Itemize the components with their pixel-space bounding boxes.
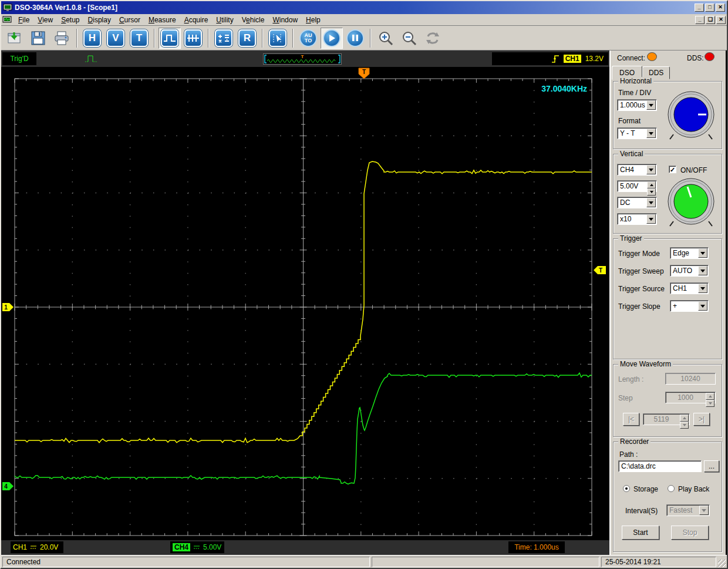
trigger-source-label: Trigger Source	[618, 285, 665, 293]
format-select[interactable]: Y - T	[617, 127, 657, 139]
run-button[interactable]	[321, 28, 343, 49]
auto-button[interactable]: AUTO	[297, 28, 319, 49]
dc-coupling-icon	[30, 544, 37, 550]
trigger-status-badge: Trig'D	[2, 52, 36, 65]
chevron-down-icon[interactable]	[646, 198, 656, 207]
onoff-label: ON/OFF	[680, 166, 707, 174]
print-button[interactable]	[50, 28, 73, 49]
chevron-down-icon[interactable]	[698, 301, 707, 311]
move-first-button[interactable]: |<	[623, 413, 639, 426]
trigger-source-badge: CH1	[564, 55, 581, 63]
waveform-plot[interactable]: 37.0040KHz T 1 4 T	[1, 67, 609, 540]
save-button[interactable]	[27, 28, 49, 49]
trigger-status: Trig'D	[10, 55, 28, 63]
chevron-down-icon[interactable]	[646, 214, 656, 224]
menu-item-utility[interactable]: Utility	[212, 15, 237, 25]
chevron-down-icon[interactable]	[646, 165, 656, 174]
ch4-ground-marker[interactable]: 4	[2, 482, 14, 490]
zoom-in-button[interactable]	[375, 28, 397, 49]
child-close-button[interactable]: ✕	[716, 16, 726, 24]
svg-text:1: 1	[4, 304, 8, 311]
svg-text:4: 4	[4, 483, 8, 490]
square-wave-button[interactable]	[159, 28, 181, 49]
playback-radio[interactable]	[668, 484, 675, 493]
horizontal-title: Horizontal	[618, 77, 653, 85]
chevron-down-icon[interactable]	[699, 506, 709, 515]
trigger-slope-select[interactable]: +	[670, 300, 709, 312]
record-stop-button[interactable]: Stop	[671, 526, 709, 540]
recorder-title: Recorder	[618, 437, 651, 446]
minimize-button[interactable]: _	[695, 4, 704, 12]
step-spinner[interactable]: 1000	[665, 392, 716, 403]
logic-wave-icon	[184, 29, 202, 47]
channel-select[interactable]: CH4	[617, 164, 657, 176]
position-spinner[interactable]: 5119	[643, 413, 690, 425]
trigger-level-value: 13.2V	[585, 55, 604, 63]
spin-up-icon[interactable]	[647, 181, 656, 188]
trigger-mode-select[interactable]: Edge	[670, 247, 709, 259]
trigger-level-marker[interactable]: T	[594, 266, 606, 274]
chevron-down-icon[interactable]	[698, 266, 707, 275]
menu-item-window[interactable]: Window	[268, 15, 302, 25]
menu-item-vehicle[interactable]: Vehicle	[238, 15, 269, 25]
volts-div-spinner[interactable]: 5.00V	[617, 180, 657, 192]
frequency-readout: 37.0040KHz	[541, 84, 587, 93]
child-minimize-button[interactable]: _	[695, 16, 705, 24]
ch1-ground-marker[interactable]: 1	[2, 303, 14, 311]
zoom-out-button[interactable]	[398, 28, 420, 49]
timebase-readout: Time: 1.000us	[508, 541, 565, 553]
reference-icon: R	[238, 29, 256, 47]
menu-item-file[interactable]: File	[14, 15, 33, 25]
maximize-button[interactable]: □	[705, 4, 714, 12]
menu-item-help[interactable]: Help	[302, 15, 325, 25]
chevron-down-icon[interactable]	[646, 100, 656, 110]
pause-button[interactable]	[344, 28, 366, 49]
move-last-button[interactable]: >|	[693, 413, 710, 426]
menu-item-display[interactable]: Display	[84, 15, 115, 25]
menu-item-cursor[interactable]: Cursor	[115, 15, 144, 25]
trigger-button[interactable]: T	[128, 28, 150, 49]
vertical-knob[interactable]	[665, 177, 717, 231]
trigger-sweep-select[interactable]: AUTO	[670, 265, 709, 277]
cursor-button[interactable]	[267, 28, 289, 49]
horizontal-knob[interactable]	[665, 90, 717, 144]
menu-item-view[interactable]: View	[33, 15, 57, 25]
scope-top-strip: Trig'D T	[1, 50, 609, 67]
sync-button[interactable]	[422, 28, 444, 49]
child-restore-button[interactable]: ❏	[706, 16, 715, 24]
rising-edge-icon	[551, 54, 560, 64]
time-div-select[interactable]: 1.000us	[617, 99, 657, 111]
path-input[interactable]: C:\data.drc	[618, 460, 702, 472]
spin-down-icon[interactable]	[647, 188, 656, 196]
pulse-indicator-icon	[85, 53, 100, 65]
vertical-button[interactable]: V	[105, 28, 127, 49]
reference-button[interactable]: R	[236, 28, 258, 49]
coupling-select[interactable]: DC	[617, 197, 657, 208]
close-button[interactable]: ✕	[716, 4, 725, 12]
trigger-source-select[interactable]: CH1	[670, 282, 709, 294]
browse-button[interactable]: ...	[704, 460, 719, 472]
chevron-down-icon[interactable]	[698, 248, 707, 258]
menu-item-measure[interactable]: Measure	[144, 15, 180, 25]
interval-select[interactable]: Fastest	[666, 504, 710, 516]
import-button[interactable]	[4, 28, 26, 49]
chevron-down-icon[interactable]	[646, 129, 656, 138]
path-label: Path :	[619, 450, 638, 459]
dds-label: DDS:	[687, 54, 704, 62]
save-icon	[30, 30, 46, 46]
connection-status: Connected	[2, 557, 370, 567]
menu-item-setup[interactable]: Setup	[57, 15, 83, 25]
trigger-position-marker[interactable]: T	[359, 68, 369, 79]
horizontal-button[interactable]: H	[81, 28, 103, 49]
math-button[interactable]	[213, 28, 235, 49]
waveform-position-bar[interactable]: T	[263, 53, 342, 65]
resize-grip[interactable]	[718, 560, 726, 567]
chevron-down-icon[interactable]	[698, 284, 707, 293]
menu-item-acquire[interactable]: Acquire	[180, 15, 213, 25]
probe-select[interactable]: x10	[617, 213, 657, 225]
trigger-readout: CH1 13.2V	[492, 52, 608, 65]
record-start-button[interactable]: Start	[622, 526, 659, 540]
storage-radio[interactable]	[623, 484, 630, 493]
onoff-checkbox[interactable]: ✓	[669, 166, 676, 174]
logic-wave-button[interactable]	[182, 28, 204, 49]
